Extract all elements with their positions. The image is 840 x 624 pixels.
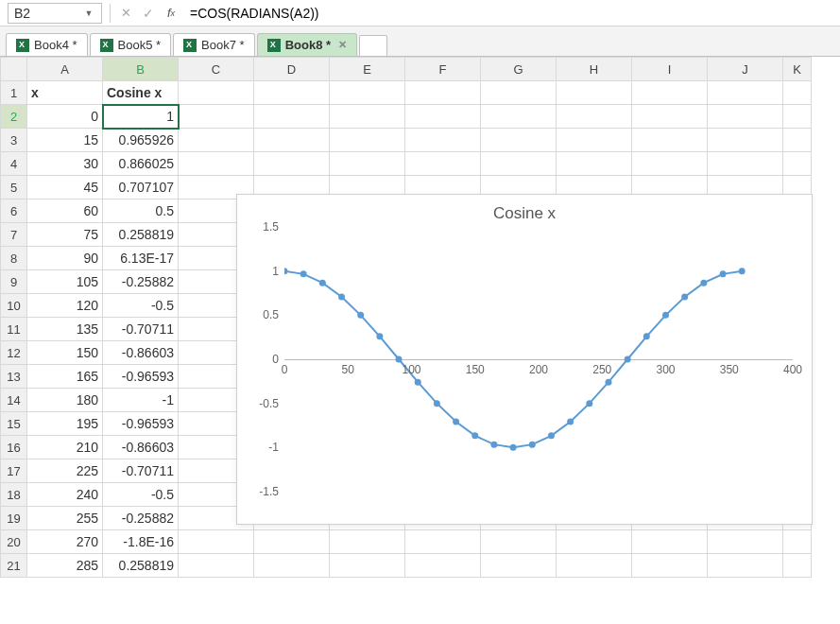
- row-header-12[interactable]: 12: [1, 341, 27, 365]
- spreadsheet-grid[interactable]: ABCDEFGHIJK1xCosine x2013150.9659264300.…: [0, 57, 840, 578]
- column-header-J[interactable]: J: [708, 58, 783, 81]
- cell-A16[interactable]: 210: [27, 436, 103, 459]
- cell-J3[interactable]: [708, 129, 783, 152]
- fx-icon[interactable]: fx: [160, 2, 182, 25]
- cell-J21[interactable]: [708, 554, 783, 578]
- cell-E3[interactable]: [330, 129, 405, 152]
- cell-F4[interactable]: [405, 152, 481, 176]
- column-header-H[interactable]: H: [557, 58, 632, 81]
- cell-K4[interactable]: [783, 152, 812, 176]
- cell-G21[interactable]: [481, 554, 557, 578]
- cell-I1[interactable]: [632, 81, 708, 105]
- cell-D2[interactable]: [254, 105, 330, 129]
- column-header-B[interactable]: B: [103, 58, 179, 81]
- column-header-K[interactable]: K: [783, 58, 812, 81]
- cell-B21[interactable]: 0.258819: [103, 554, 179, 578]
- cell-J20[interactable]: [708, 530, 783, 554]
- cell-K3[interactable]: [783, 129, 812, 152]
- cell-C21[interactable]: [179, 554, 254, 578]
- cell-B19[interactable]: -0.25882: [103, 507, 179, 530]
- row-header-6[interactable]: 6: [1, 199, 27, 223]
- cell-A2[interactable]: 0: [27, 105, 103, 129]
- cell-K21[interactable]: [783, 554, 812, 578]
- column-header-G[interactable]: G: [481, 58, 557, 81]
- row-header-11[interactable]: 11: [1, 318, 27, 341]
- cell-H21[interactable]: [557, 554, 632, 578]
- accept-icon[interactable]: ✓: [137, 2, 160, 25]
- cell-B17[interactable]: -0.70711: [103, 459, 179, 483]
- workbook-tab[interactable]: Book7 *: [173, 33, 255, 56]
- column-header-D[interactable]: D: [254, 58, 330, 81]
- cell-B1[interactable]: Cosine x: [103, 81, 179, 105]
- cell-J1[interactable]: [708, 81, 783, 105]
- cell-D4[interactable]: [254, 152, 330, 176]
- cell-K1[interactable]: [783, 81, 812, 105]
- cell-H3[interactable]: [557, 129, 632, 152]
- close-icon[interactable]: ✕: [338, 39, 347, 51]
- cell-A1[interactable]: x: [27, 81, 103, 105]
- cell-I20[interactable]: [632, 530, 708, 554]
- name-box[interactable]: B2 ▼: [8, 3, 102, 24]
- column-header-A[interactable]: A: [27, 58, 103, 81]
- cell-D1[interactable]: [254, 81, 330, 105]
- cell-B14[interactable]: -1: [103, 389, 179, 412]
- cell-A13[interactable]: 165: [27, 365, 103, 389]
- cell-B12[interactable]: -0.86603: [103, 341, 179, 365]
- cell-H2[interactable]: [557, 105, 632, 129]
- row-header-18[interactable]: 18: [1, 483, 27, 507]
- cell-G2[interactable]: [481, 105, 557, 129]
- cell-E4[interactable]: [330, 152, 405, 176]
- cell-B18[interactable]: -0.5: [103, 483, 179, 507]
- row-header-15[interactable]: 15: [1, 412, 27, 436]
- cell-A10[interactable]: 120: [27, 294, 103, 318]
- cell-C4[interactable]: [179, 152, 254, 176]
- cell-E2[interactable]: [330, 105, 405, 129]
- cell-D20[interactable]: [254, 530, 330, 554]
- cell-A11[interactable]: 135: [27, 318, 103, 341]
- row-header-1[interactable]: 1: [1, 81, 27, 105]
- cell-B16[interactable]: -0.86603: [103, 436, 179, 459]
- cell-A9[interactable]: 105: [27, 270, 103, 294]
- cell-K20[interactable]: [783, 530, 812, 554]
- cell-C3[interactable]: [179, 129, 254, 152]
- cell-F3[interactable]: [405, 129, 481, 152]
- row-header-5[interactable]: 5: [1, 176, 27, 199]
- cell-H4[interactable]: [557, 152, 632, 176]
- formula-input[interactable]: [182, 3, 840, 24]
- cell-H20[interactable]: [557, 530, 632, 554]
- cell-B10[interactable]: -0.5: [103, 294, 179, 318]
- cell-B8[interactable]: 6.13E-17: [103, 247, 179, 270]
- cell-G1[interactable]: [481, 81, 557, 105]
- cell-J2[interactable]: [708, 105, 783, 129]
- row-header-21[interactable]: 21: [1, 554, 27, 578]
- cell-B11[interactable]: -0.70711: [103, 318, 179, 341]
- cell-B7[interactable]: 0.258819: [103, 223, 179, 247]
- cell-G20[interactable]: [481, 530, 557, 554]
- cell-C1[interactable]: [179, 81, 254, 105]
- cell-B4[interactable]: 0.866025: [103, 152, 179, 176]
- cell-F21[interactable]: [405, 554, 481, 578]
- workbook-tab[interactable]: Book5 *: [90, 33, 172, 56]
- row-header-9[interactable]: 9: [1, 270, 27, 294]
- cell-C2[interactable]: [179, 105, 254, 129]
- cell-D21[interactable]: [254, 554, 330, 578]
- row-header-10[interactable]: 10: [1, 294, 27, 318]
- cell-A18[interactable]: 240: [27, 483, 103, 507]
- cell-A4[interactable]: 30: [27, 152, 103, 176]
- cell-A15[interactable]: 195: [27, 412, 103, 436]
- cell-C20[interactable]: [179, 530, 254, 554]
- cell-G3[interactable]: [481, 129, 557, 152]
- new-workbook-tab[interactable]: [359, 35, 387, 56]
- cell-E1[interactable]: [330, 81, 405, 105]
- cell-J4[interactable]: [708, 152, 783, 176]
- chart-object[interactable]: Cosine x -1.5-1-0.500.511.50501001502002…: [236, 194, 813, 525]
- cell-F20[interactable]: [405, 530, 481, 554]
- column-header-E[interactable]: E: [330, 58, 405, 81]
- select-all-corner[interactable]: [1, 58, 27, 81]
- cell-K2[interactable]: [783, 105, 812, 129]
- cell-I3[interactable]: [632, 129, 708, 152]
- cell-B2[interactable]: 1: [103, 105, 179, 129]
- cell-B3[interactable]: 0.965926: [103, 129, 179, 152]
- row-header-13[interactable]: 13: [1, 365, 27, 389]
- column-header-I[interactable]: I: [632, 58, 708, 81]
